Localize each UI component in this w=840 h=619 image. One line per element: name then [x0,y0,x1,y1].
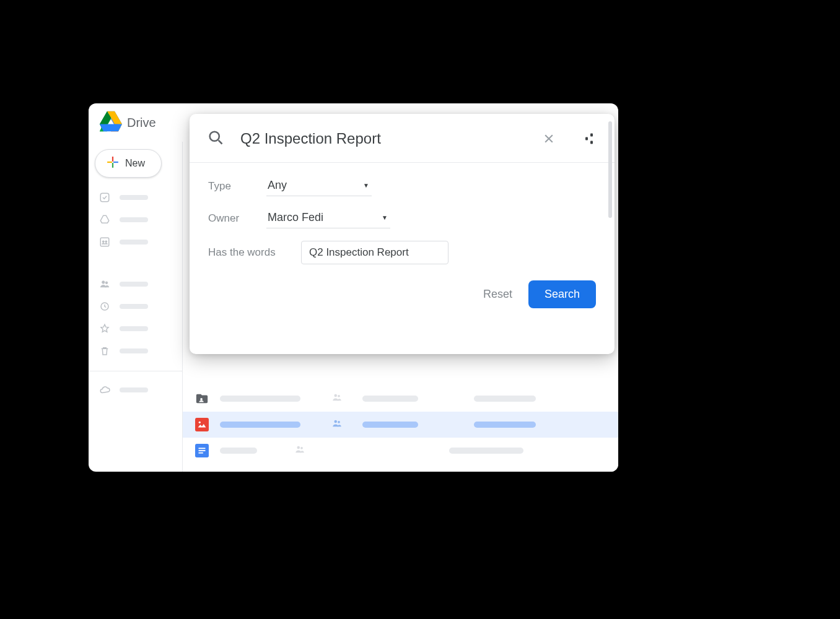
sidebar-item-storage[interactable] [95,381,176,399]
svg-rect-29 [199,452,203,454]
shared-drives-icon [98,236,111,248]
svg-rect-28 [199,450,206,451]
sidebar-item-label [120,195,148,200]
check-square-icon [98,191,111,204]
file-row[interactable] [183,386,618,412]
sidebar-item-starred[interactable] [95,320,176,337]
shared-icon [294,444,362,457]
sidebar-item-label [120,348,148,353]
svg-point-21 [338,395,340,397]
search-actions: Reset Search [190,264,615,324]
caret-down-icon: ▼ [382,214,388,221]
sidebar-item-priority[interactable] [95,189,176,206]
new-button-label: New [125,158,145,169]
plus-icon [107,156,119,171]
scrollbar-thumb[interactable] [608,121,612,218]
caret-down-icon: ▼ [363,182,369,189]
search-options-icon[interactable] [580,130,597,147]
people-icon [98,278,111,290]
star-icon [98,322,111,335]
file-owner-placeholder [362,396,418,402]
svg-rect-37 [585,137,588,141]
type-value: Any [268,179,287,192]
owner-label: Owner [208,212,266,225]
drive-logo[interactable]: Drive [100,110,156,135]
file-date-placeholder [474,422,536,428]
svg-point-32 [210,132,219,141]
clear-search-button[interactable] [540,130,558,147]
clock-icon [98,300,111,313]
search-button[interactable]: Search [528,280,596,308]
svg-rect-27 [199,448,206,449]
sidebar-item-mydrive[interactable] [95,211,176,228]
search-icon [207,129,224,149]
docs-file-icon [195,444,209,457]
svg-point-14 [102,241,104,243]
sidebar-item-label [120,304,148,309]
file-owner-placeholder [362,422,418,428]
owner-value: Marco Fedi [268,211,323,224]
svg-point-31 [300,447,303,449]
svg-point-17 [105,282,108,284]
file-name-placeholder [220,396,300,402]
sidebar-item-shared-with-me[interactable] [95,275,176,293]
file-date-placeholder [474,448,523,454]
words-label: Has the words [208,246,301,259]
svg-rect-13 [100,238,109,246]
search-input[interactable] [240,130,518,147]
new-button[interactable]: New [95,149,162,178]
svg-line-33 [219,141,222,144]
sidebar-item-label [120,217,148,222]
shared-folder-icon [195,392,209,405]
svg-rect-22 [195,418,209,431]
svg-point-20 [335,394,338,397]
file-name-placeholder [220,422,300,428]
reset-button[interactable]: Reset [483,288,512,301]
drive-icon [100,110,122,135]
svg-rect-38 [590,141,593,144]
sidebar-item-trash[interactable] [95,342,176,360]
svg-point-16 [102,281,105,284]
cloud-icon [98,384,111,396]
svg-point-25 [338,421,340,423]
sidebar: New [89,142,183,472]
shared-icon [331,392,362,405]
sidebar-item-label [120,387,148,392]
file-row-selected[interactable] [183,412,618,438]
file-date-placeholder [474,396,536,402]
svg-point-30 [297,446,300,449]
file-name-placeholder [220,448,257,454]
svg-rect-36 [590,134,593,137]
image-file-icon [195,418,209,431]
advanced-search-panel: Type Any ▼ Owner Marco Fedi ▼ Has the wo… [190,114,615,354]
svg-point-23 [199,422,201,423]
svg-point-24 [335,420,338,423]
svg-rect-12 [100,193,109,202]
svg-marker-11 [100,124,122,132]
svg-point-15 [105,241,107,243]
search-filters: Type Any ▼ Owner Marco Fedi ▼ Has the wo… [190,163,615,264]
sidebar-item-label [120,282,148,287]
shared-icon [331,418,362,431]
filter-row-owner: Owner Marco Fedi ▼ [208,209,596,228]
sidebar-item-label [120,326,148,331]
type-select[interactable]: Any ▼ [266,176,372,196]
words-input[interactable] [301,241,448,264]
sidebar-item-recent[interactable] [95,298,176,315]
sidebar-item-shared-drives[interactable] [95,233,176,251]
file-row[interactable] [183,438,618,464]
sidebar-item-label [120,240,148,245]
owner-select[interactable]: Marco Fedi ▼ [266,209,390,228]
trash-icon [98,345,111,357]
search-header [190,114,615,163]
drive-outline-icon [98,214,111,226]
filter-row-type: Type Any ▼ [208,176,596,196]
filter-row-words: Has the words [208,241,596,264]
svg-point-19 [200,398,203,400]
type-label: Type [208,180,266,193]
app-name: Drive [127,116,156,130]
